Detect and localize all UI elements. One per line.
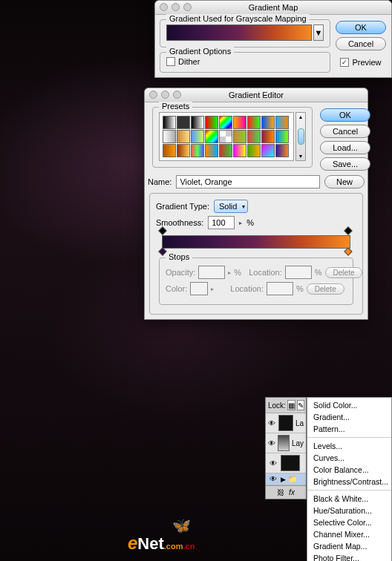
menu-item[interactable]: Photo Filter...: [307, 552, 391, 561]
menu-item[interactable]: Black & White...: [307, 493, 391, 505]
presets-scrollbar[interactable]: ▲ ▼: [295, 112, 306, 161]
preset-swatch[interactable]: [163, 116, 176, 129]
menu-item[interactable]: Solid Color...: [307, 399, 391, 411]
menu-item[interactable]: Pattern...: [307, 423, 391, 435]
ok-button[interactable]: OK: [320, 108, 370, 122]
gradient-used-legend: Gradient Used for Grayscale Mapping: [166, 14, 310, 23]
adjustment-layer-menu[interactable]: Solid Color...Gradient...Pattern...Level…: [307, 397, 392, 561]
visibility-icon[interactable]: 👁: [268, 439, 275, 447]
preset-swatch[interactable]: [163, 144, 176, 157]
menu-item[interactable]: Brightness/Contrast...: [307, 476, 391, 488]
layer-row[interactable]: 👁Lay: [266, 433, 306, 453]
layer-thumbnail: [278, 435, 290, 451]
disclosure-icon[interactable]: ▶: [281, 476, 286, 483]
presets-group: Presets ▲ ▼: [152, 107, 313, 168]
location-input-2: [267, 282, 293, 295]
preset-swatch[interactable]: [233, 144, 246, 157]
preset-swatch[interactable]: [191, 144, 204, 157]
preset-swatch[interactable]: [219, 116, 232, 129]
cancel-button[interactable]: Cancel: [320, 125, 370, 138]
gradient-used-group: Gradient Used for Grayscale Mapping ▼: [160, 19, 330, 47]
dither-checkbox[interactable]: Dither: [166, 57, 324, 66]
preset-swatch[interactable]: [177, 130, 190, 143]
preset-swatch[interactable]: [177, 116, 190, 129]
save-button[interactable]: Save...: [320, 157, 370, 171]
smoothness-stepper[interactable]: ▸: [239, 220, 242, 226]
gradient-preview[interactable]: [166, 24, 312, 41]
menu-item[interactable]: Gradient Map...: [307, 540, 391, 552]
preset-swatch[interactable]: [275, 144, 289, 157]
visibility-icon[interactable]: 👁: [268, 475, 278, 483]
menu-item[interactable]: Curves...: [307, 452, 391, 464]
opacity-stop-left[interactable]: [160, 228, 167, 235]
link-icon[interactable]: ⛓: [277, 488, 284, 496]
visibility-icon[interactable]: 👁: [268, 459, 278, 468]
layer-thumbnail: [278, 415, 293, 431]
lock-transparency-icon[interactable]: ▦: [287, 400, 295, 410]
lock-label: Lock:: [268, 401, 286, 410]
menu-item[interactable]: Selective Color...: [307, 516, 391, 528]
layers-bottom-bar: ⛓ fx: [266, 485, 306, 499]
preset-swatch[interactable]: [191, 116, 204, 129]
preset-swatch[interactable]: [275, 116, 289, 129]
color-stop-right[interactable]: [345, 249, 353, 256]
gradient-editor-title: Gradient Editor: [229, 91, 284, 99]
preset-swatch[interactable]: [205, 130, 218, 143]
preset-swatch[interactable]: [219, 130, 232, 143]
gradient-options-legend: Gradient Options: [166, 47, 234, 56]
preset-swatch[interactable]: [261, 144, 275, 157]
gradient-type-select[interactable]: Solid: [214, 200, 248, 213]
preset-swatch[interactable]: [219, 144, 232, 157]
gradient-settings-group: Gradient Type: Solid Smoothness: ▸ % Sto…: [149, 193, 363, 315]
smoothness-input[interactable]: [208, 216, 235, 229]
preset-swatch[interactable]: [205, 116, 218, 129]
preset-swatch[interactable]: [261, 130, 275, 143]
layer-row[interactable]: 👁▶📁: [266, 473, 306, 485]
cancel-button[interactable]: Cancel: [336, 37, 386, 50]
preset-swatch[interactable]: [247, 116, 261, 129]
preset-swatch[interactable]: [261, 116, 275, 129]
visibility-icon[interactable]: 👁: [268, 419, 276, 427]
preset-swatch[interactable]: [205, 144, 218, 157]
preset-swatch[interactable]: [233, 130, 246, 143]
gradient-editor-titlebar[interactable]: Gradient Editor: [145, 88, 368, 102]
preset-swatch[interactable]: [177, 144, 190, 157]
new-button[interactable]: New: [324, 175, 365, 188]
menu-item[interactable]: Levels...: [307, 440, 391, 452]
gradient-edit-strip[interactable]: [162, 235, 350, 249]
preset-swatch[interactable]: [191, 130, 204, 143]
preset-swatch[interactable]: [233, 116, 246, 129]
preset-swatch[interactable]: [247, 144, 261, 157]
menu-item[interactable]: Channel Mixer...: [307, 528, 391, 540]
gradient-map-titlebar[interactable]: Gradient Map: [155, 1, 391, 15]
preset-swatch[interactable]: [275, 130, 289, 143]
scrollbar-thumb[interactable]: [298, 128, 304, 145]
layer-row[interactable]: 👁La: [266, 413, 306, 433]
gradient-dropdown-button[interactable]: ▼: [313, 24, 324, 41]
load-button[interactable]: Load...: [320, 141, 370, 154]
menu-item[interactable]: Hue/Saturation...: [307, 505, 391, 516]
ok-button[interactable]: OK: [336, 21, 386, 34]
fx-icon[interactable]: fx: [289, 488, 295, 496]
layer-name: Lay: [292, 439, 304, 447]
preset-swatch[interactable]: [163, 130, 176, 143]
checkbox-icon: [166, 57, 175, 66]
preset-swatch[interactable]: [247, 130, 261, 143]
presets-grid[interactable]: [159, 112, 294, 161]
layer-thumbnail: [281, 455, 300, 471]
preview-checkbox[interactable]: ✓ Preview: [340, 58, 381, 67]
opacity-stop-right[interactable]: [345, 228, 353, 235]
window-controls[interactable]: [149, 91, 181, 99]
chevron-up-icon: ▲: [298, 114, 304, 119]
smoothness-label: Smoothness:: [156, 218, 203, 227]
location-input: [285, 266, 312, 279]
lock-brush-icon[interactable]: ✎: [297, 400, 304, 410]
preview-label: Preview: [352, 58, 381, 67]
menu-item[interactable]: Color Balance...: [307, 464, 391, 476]
delete-opacity-stop-button: Delete: [325, 267, 363, 278]
name-input[interactable]: [176, 175, 320, 188]
layer-row[interactable]: 👁: [266, 453, 306, 473]
opacity-label: Opacity:: [166, 268, 195, 277]
menu-item[interactable]: Gradient...: [307, 411, 391, 423]
window-controls[interactable]: [160, 3, 192, 11]
